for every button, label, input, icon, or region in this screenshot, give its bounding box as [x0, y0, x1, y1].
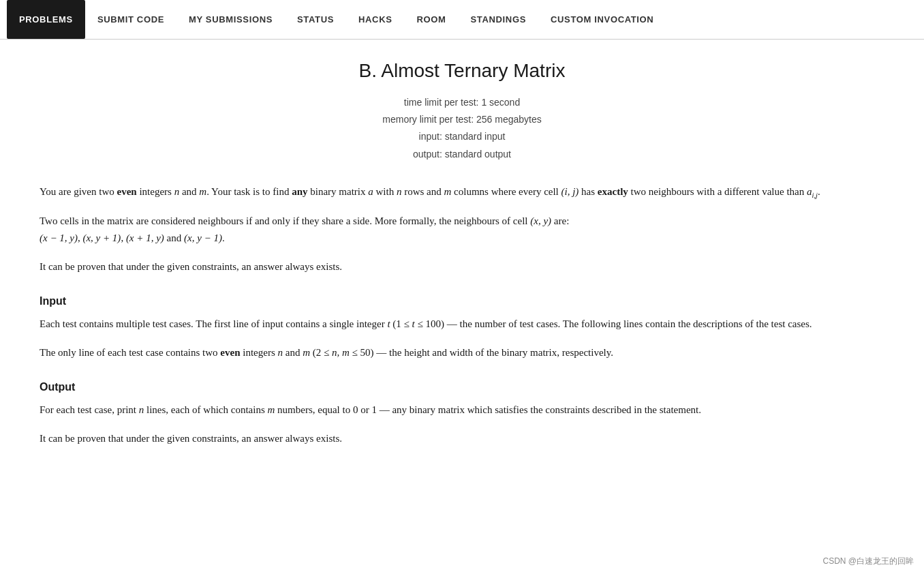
problem-statement-3: It can be proven that under the given co…	[40, 258, 884, 276]
nav-problems[interactable]: PROBLEMS	[7, 0, 85, 39]
input-description-1: Each test contains multiple test cases. …	[40, 316, 884, 333]
watermark: CSDN @白速龙王的回眸	[822, 556, 914, 567]
output-type: output: standard output	[40, 146, 884, 163]
memory-limit: memory limit per test: 256 megabytes	[40, 111, 884, 128]
problem-title: B. Almost Ternary Matrix	[40, 60, 884, 82]
output-section-title: Output	[40, 378, 884, 396]
problem-statement-1: You are given two even integers n and m.…	[40, 183, 884, 202]
main-content: B. Almost Ternary Matrix time limit per …	[19, 40, 905, 485]
nav-standings[interactable]: STANDINGS	[459, 0, 538, 39]
problem-statement-2: Two cells in the matrix are considered n…	[40, 213, 884, 247]
input-section-title: Input	[40, 292, 884, 310]
nav-room[interactable]: ROOM	[405, 0, 459, 39]
time-limit: time limit per test: 1 second	[40, 94, 884, 111]
nav-custom-invocation[interactable]: CUSTOM INVOCATION	[538, 0, 666, 39]
navigation: PROBLEMS SUBMIT CODE MY SUBMISSIONS STAT…	[0, 0, 924, 40]
input-type: input: standard input	[40, 128, 884, 145]
problem-statement-4: It can be proven that under the given co…	[40, 430, 884, 448]
problem-meta: time limit per test: 1 second memory lim…	[40, 94, 884, 163]
problem-body: You are given two even integers n and m.…	[40, 183, 884, 448]
nav-my-submissions[interactable]: MY SUBMISSIONS	[176, 0, 285, 39]
output-description: For each test case, print n lines, each …	[40, 402, 884, 419]
input-description-2: The only line of each test case contains…	[40, 344, 884, 362]
nav-status[interactable]: STATUS	[285, 0, 346, 39]
nav-submit-code[interactable]: SUBMIT CODE	[85, 0, 176, 39]
nav-hacks[interactable]: HACKS	[346, 0, 404, 39]
